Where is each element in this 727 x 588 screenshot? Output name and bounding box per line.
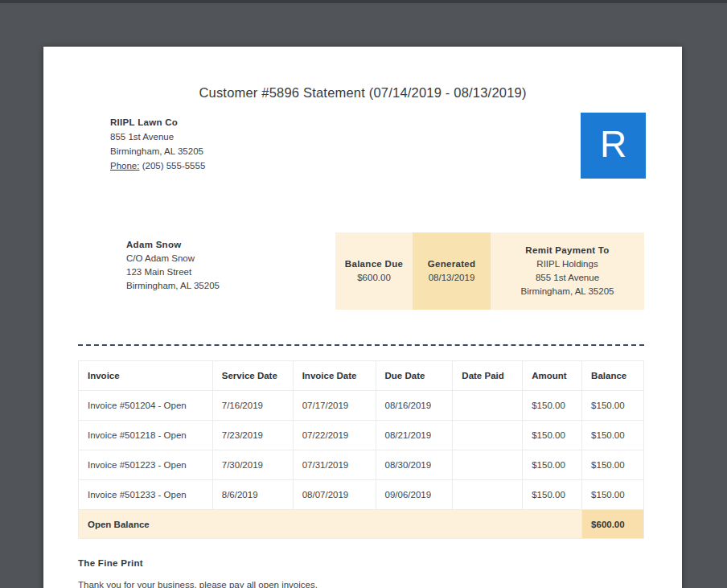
company-logo: R	[581, 113, 646, 179]
fine-print-heading: The Fine Print	[78, 558, 318, 568]
generated-box: Generated 08/13/2019	[413, 232, 491, 310]
cell-invoice-date: 07/22/2019	[293, 421, 376, 450]
cell-amount: $150.00	[523, 391, 582, 421]
cell-invoice: Invoice #501223 - Open	[79, 450, 213, 480]
open-balance-row: Open Balance $600.00	[79, 510, 644, 539]
statement-summary-strip: Balance Due $600.00 Generated 08/13/2019…	[335, 232, 644, 310]
phone-value: (205) 555-5555	[142, 161, 206, 171]
viewer-top-edge	[0, 0, 727, 3]
cell-service-date: 7/23/2019	[212, 421, 293, 450]
balance-due-label: Balance Due	[345, 257, 403, 271]
cell-service-date: 8/6/2019	[212, 480, 293, 510]
header-due-date: Due Date	[376, 361, 453, 391]
company-address-line1: 855 1st Avenue	[110, 130, 205, 144]
customer-address-line1: 123 Main Street	[126, 265, 220, 279]
cell-date-paid	[453, 450, 523, 480]
company-name: RIIPL Lawn Co	[110, 115, 205, 130]
balance-due-value: $600.00	[357, 271, 391, 285]
customer-name: Adam Snow	[126, 238, 220, 252]
remit-label: Remit Payment To	[525, 244, 609, 257]
phone-label: Phone:	[110, 161, 139, 171]
invoice-table: Invoice Service Date Invoice Date Due Da…	[78, 360, 644, 539]
remit-line3: Birmingham, AL 35205	[521, 285, 614, 298]
remit-payment-box: Remit Payment To RIIPL Holdings 855 1st …	[491, 232, 644, 310]
fine-print-section: The Fine Print Thank you for your busine…	[78, 558, 318, 588]
cell-due-date: 08/16/2019	[376, 391, 453, 421]
header-balance: Balance	[582, 361, 644, 391]
cell-service-date: 7/30/2019	[212, 450, 293, 480]
cell-due-date: 08/21/2019	[376, 421, 453, 450]
remit-line1: RIIPL Holdings	[536, 257, 598, 271]
invoice-table-row: Invoice #501204 - Open 7/16/2019 07/17/2…	[79, 391, 644, 421]
company-phone-line: Phone: (205) 555-5555	[110, 158, 205, 173]
cell-date-paid	[453, 391, 523, 421]
cell-invoice: Invoice #501218 - Open	[79, 421, 213, 450]
invoice-table-row: Invoice #501218 - Open 7/23/2019 07/22/2…	[79, 421, 644, 450]
cell-invoice-date: 07/31/2019	[293, 450, 376, 480]
statement-page: Customer #5896 Statement (07/14/2019 - 0…	[43, 47, 682, 588]
balance-due-box: Balance Due $600.00	[335, 232, 413, 310]
cell-due-date: 08/30/2019	[376, 450, 453, 480]
cell-amount: $150.00	[523, 480, 582, 510]
generated-label: Generated	[428, 257, 476, 271]
cell-balance: $150.00	[582, 450, 644, 480]
cell-invoice: Invoice #501204 - Open	[79, 391, 213, 421]
invoice-table-row: Invoice #501233 - Open 8/6/2019 08/07/20…	[79, 480, 644, 510]
header-invoice-date: Invoice Date	[293, 361, 376, 391]
cell-date-paid	[453, 421, 523, 450]
dashed-divider	[78, 344, 644, 346]
open-balance-value: $600.00	[582, 510, 644, 539]
generated-value: 08/13/2019	[429, 271, 475, 285]
cell-amount: $150.00	[523, 421, 582, 450]
company-address-line2: Birmingham, AL 35205	[110, 144, 205, 158]
cell-balance: $150.00	[582, 480, 644, 510]
header-invoice: Invoice	[79, 361, 213, 391]
cell-amount: $150.00	[523, 450, 582, 480]
cell-due-date: 09/06/2019	[376, 480, 453, 510]
customer-address-line2: Birmingham, AL 35205	[126, 279, 220, 293]
customer-info-block: Adam Snow C/O Adam Snow 123 Main Street …	[126, 238, 220, 293]
customer-care-of-line: C/O Adam Snow	[126, 252, 220, 265]
document-viewer-background: Customer #5896 Statement (07/14/2019 - 0…	[0, 0, 727, 588]
header-date-paid: Date Paid	[453, 361, 523, 391]
cell-service-date: 7/16/2019	[212, 391, 293, 421]
header-service-date: Service Date	[212, 361, 293, 391]
invoice-table-header-row: Invoice Service Date Invoice Date Due Da…	[79, 361, 644, 391]
cell-balance: $150.00	[582, 421, 644, 450]
fine-print-body: Thank you for your business, please pay …	[78, 580, 318, 588]
cell-invoice-date: 07/17/2019	[293, 391, 376, 421]
statement-title: Customer #5896 Statement (07/14/2019 - 0…	[43, 85, 682, 101]
invoice-table-row: Invoice #501223 - Open 7/30/2019 07/31/2…	[79, 450, 644, 480]
cell-invoice: Invoice #501233 - Open	[79, 480, 213, 510]
cell-date-paid	[453, 480, 523, 510]
remit-line2: 855 1st Avenue	[536, 271, 599, 285]
company-info-block: RIIPL Lawn Co 855 1st Avenue Birmingham,…	[110, 115, 205, 173]
logo-letter: R	[600, 125, 626, 166]
open-balance-label: Open Balance	[79, 510, 582, 539]
header-amount: Amount	[523, 361, 582, 391]
cell-invoice-date: 08/07/2019	[293, 480, 376, 510]
cell-balance: $150.00	[582, 391, 644, 421]
